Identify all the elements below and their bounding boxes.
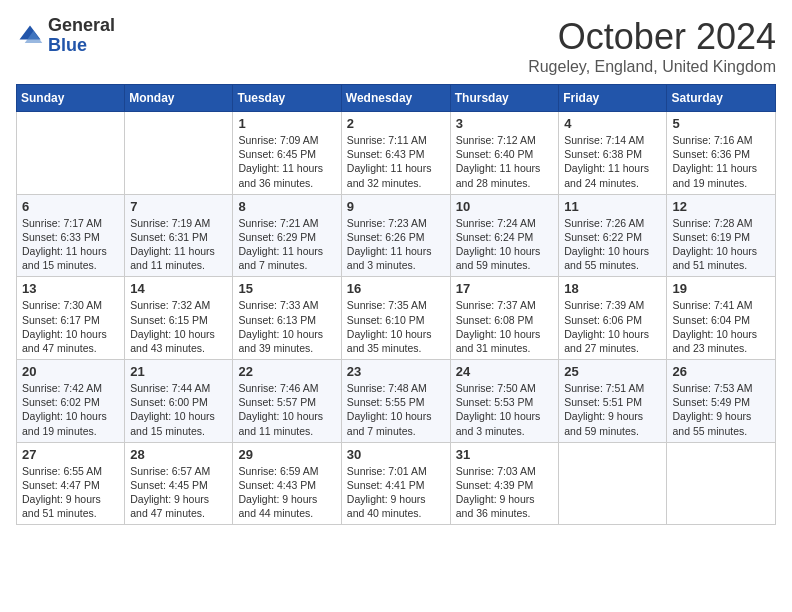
day-info: Sunrise: 7:11 AM Sunset: 6:43 PM Dayligh… [347,133,445,190]
day-info: Sunrise: 7:28 AM Sunset: 6:19 PM Dayligh… [672,216,770,273]
day-number: 31 [456,447,554,462]
day-number: 3 [456,116,554,131]
calendar-cell: 31Sunrise: 7:03 AM Sunset: 4:39 PM Dayli… [450,442,559,525]
calendar-cell: 23Sunrise: 7:48 AM Sunset: 5:55 PM Dayli… [341,360,450,443]
calendar-cell: 30Sunrise: 7:01 AM Sunset: 4:41 PM Dayli… [341,442,450,525]
day-number: 4 [564,116,661,131]
day-number: 2 [347,116,445,131]
calendar-table: SundayMondayTuesdayWednesdayThursdayFrid… [16,84,776,525]
day-number: 14 [130,281,227,296]
day-info: Sunrise: 7:23 AM Sunset: 6:26 PM Dayligh… [347,216,445,273]
calendar-header-row: SundayMondayTuesdayWednesdayThursdayFrid… [17,85,776,112]
calendar-cell: 4Sunrise: 7:14 AM Sunset: 6:38 PM Daylig… [559,112,667,195]
day-info: Sunrise: 7:26 AM Sunset: 6:22 PM Dayligh… [564,216,661,273]
calendar-cell: 1Sunrise: 7:09 AM Sunset: 6:45 PM Daylig… [233,112,341,195]
day-number: 22 [238,364,335,379]
calendar-cell: 21Sunrise: 7:44 AM Sunset: 6:00 PM Dayli… [125,360,233,443]
logo-text: General Blue [48,16,115,56]
day-number: 1 [238,116,335,131]
day-info: Sunrise: 7:39 AM Sunset: 6:06 PM Dayligh… [564,298,661,355]
calendar-cell: 2Sunrise: 7:11 AM Sunset: 6:43 PM Daylig… [341,112,450,195]
day-info: Sunrise: 7:51 AM Sunset: 5:51 PM Dayligh… [564,381,661,438]
day-number: 24 [456,364,554,379]
day-number: 20 [22,364,119,379]
calendar-cell: 6Sunrise: 7:17 AM Sunset: 6:33 PM Daylig… [17,194,125,277]
calendar-cell: 9Sunrise: 7:23 AM Sunset: 6:26 PM Daylig… [341,194,450,277]
calendar-cell: 12Sunrise: 7:28 AM Sunset: 6:19 PM Dayli… [667,194,776,277]
day-info: Sunrise: 7:16 AM Sunset: 6:36 PM Dayligh… [672,133,770,190]
col-header-sunday: Sunday [17,85,125,112]
day-number: 18 [564,281,661,296]
calendar-week-row: 1Sunrise: 7:09 AM Sunset: 6:45 PM Daylig… [17,112,776,195]
logo-general: General [48,16,115,36]
calendar-cell [17,112,125,195]
day-number: 25 [564,364,661,379]
day-number: 19 [672,281,770,296]
day-info: Sunrise: 7:44 AM Sunset: 6:00 PM Dayligh… [130,381,227,438]
calendar-cell: 13Sunrise: 7:30 AM Sunset: 6:17 PM Dayli… [17,277,125,360]
calendar-cell [667,442,776,525]
col-header-wednesday: Wednesday [341,85,450,112]
calendar-cell: 11Sunrise: 7:26 AM Sunset: 6:22 PM Dayli… [559,194,667,277]
day-info: Sunrise: 7:33 AM Sunset: 6:13 PM Dayligh… [238,298,335,355]
calendar-cell: 14Sunrise: 7:32 AM Sunset: 6:15 PM Dayli… [125,277,233,360]
day-info: Sunrise: 7:09 AM Sunset: 6:45 PM Dayligh… [238,133,335,190]
day-info: Sunrise: 7:17 AM Sunset: 6:33 PM Dayligh… [22,216,119,273]
day-number: 12 [672,199,770,214]
day-number: 5 [672,116,770,131]
calendar-week-row: 27Sunrise: 6:55 AM Sunset: 4:47 PM Dayli… [17,442,776,525]
calendar-cell: 5Sunrise: 7:16 AM Sunset: 6:36 PM Daylig… [667,112,776,195]
day-info: Sunrise: 7:24 AM Sunset: 6:24 PM Dayligh… [456,216,554,273]
day-info: Sunrise: 7:41 AM Sunset: 6:04 PM Dayligh… [672,298,770,355]
col-header-thursday: Thursday [450,85,559,112]
day-info: Sunrise: 7:19 AM Sunset: 6:31 PM Dayligh… [130,216,227,273]
day-info: Sunrise: 7:46 AM Sunset: 5:57 PM Dayligh… [238,381,335,438]
day-number: 28 [130,447,227,462]
day-number: 6 [22,199,119,214]
calendar-cell [125,112,233,195]
month-title: October 2024 [528,16,776,58]
logo-icon [16,22,44,50]
calendar-cell: 22Sunrise: 7:46 AM Sunset: 5:57 PM Dayli… [233,360,341,443]
day-info: Sunrise: 7:37 AM Sunset: 6:08 PM Dayligh… [456,298,554,355]
calendar-cell: 18Sunrise: 7:39 AM Sunset: 6:06 PM Dayli… [559,277,667,360]
calendar-cell: 25Sunrise: 7:51 AM Sunset: 5:51 PM Dayli… [559,360,667,443]
calendar-cell: 24Sunrise: 7:50 AM Sunset: 5:53 PM Dayli… [450,360,559,443]
day-info: Sunrise: 7:30 AM Sunset: 6:17 PM Dayligh… [22,298,119,355]
day-info: Sunrise: 7:32 AM Sunset: 6:15 PM Dayligh… [130,298,227,355]
day-info: Sunrise: 6:57 AM Sunset: 4:45 PM Dayligh… [130,464,227,521]
day-number: 29 [238,447,335,462]
day-number: 23 [347,364,445,379]
calendar-cell: 17Sunrise: 7:37 AM Sunset: 6:08 PM Dayli… [450,277,559,360]
calendar-week-row: 20Sunrise: 7:42 AM Sunset: 6:02 PM Dayli… [17,360,776,443]
calendar-cell: 3Sunrise: 7:12 AM Sunset: 6:40 PM Daylig… [450,112,559,195]
day-info: Sunrise: 7:53 AM Sunset: 5:49 PM Dayligh… [672,381,770,438]
calendar-cell: 10Sunrise: 7:24 AM Sunset: 6:24 PM Dayli… [450,194,559,277]
day-number: 27 [22,447,119,462]
day-info: Sunrise: 6:59 AM Sunset: 4:43 PM Dayligh… [238,464,335,521]
title-block: October 2024 Rugeley, England, United Ki… [528,16,776,76]
day-info: Sunrise: 7:48 AM Sunset: 5:55 PM Dayligh… [347,381,445,438]
day-info: Sunrise: 7:12 AM Sunset: 6:40 PM Dayligh… [456,133,554,190]
logo: General Blue [16,16,115,56]
day-info: Sunrise: 7:03 AM Sunset: 4:39 PM Dayligh… [456,464,554,521]
day-number: 17 [456,281,554,296]
logo-blue: Blue [48,36,115,56]
day-info: Sunrise: 7:42 AM Sunset: 6:02 PM Dayligh… [22,381,119,438]
location: Rugeley, England, United Kingdom [528,58,776,76]
day-info: Sunrise: 7:50 AM Sunset: 5:53 PM Dayligh… [456,381,554,438]
calendar-cell: 8Sunrise: 7:21 AM Sunset: 6:29 PM Daylig… [233,194,341,277]
day-number: 13 [22,281,119,296]
day-number: 9 [347,199,445,214]
calendar-cell: 27Sunrise: 6:55 AM Sunset: 4:47 PM Dayli… [17,442,125,525]
calendar-cell: 15Sunrise: 7:33 AM Sunset: 6:13 PM Dayli… [233,277,341,360]
calendar-cell: 20Sunrise: 7:42 AM Sunset: 6:02 PM Dayli… [17,360,125,443]
day-number: 7 [130,199,227,214]
day-number: 16 [347,281,445,296]
day-number: 30 [347,447,445,462]
calendar-week-row: 13Sunrise: 7:30 AM Sunset: 6:17 PM Dayli… [17,277,776,360]
calendar-cell: 19Sunrise: 7:41 AM Sunset: 6:04 PM Dayli… [667,277,776,360]
day-number: 10 [456,199,554,214]
col-header-friday: Friday [559,85,667,112]
calendar-cell: 16Sunrise: 7:35 AM Sunset: 6:10 PM Dayli… [341,277,450,360]
